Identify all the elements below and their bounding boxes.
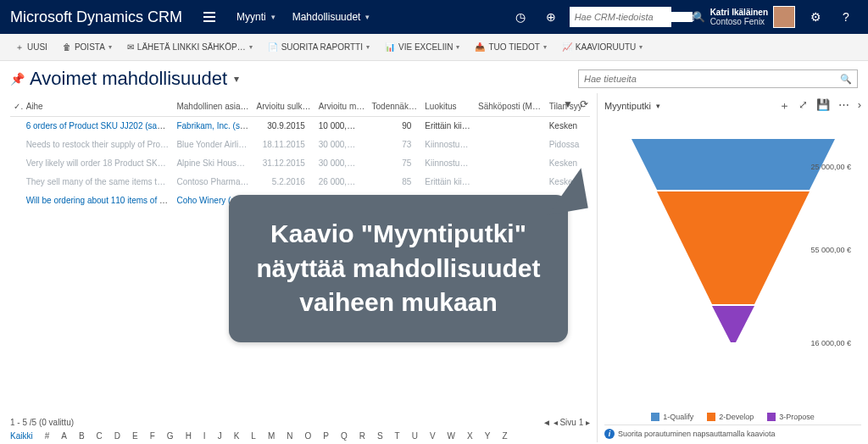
alpha-letter[interactable]: B <box>79 431 85 441</box>
customer-link[interactable]: Blue Yonder Airlines (samp… <box>176 140 253 149</box>
alpha-letter[interactable]: E <box>132 431 138 441</box>
filter-icon[interactable]: ▼ <box>563 98 573 110</box>
funnel-seg-qualify[interactable] <box>632 139 835 190</box>
topic-link[interactable]: Will be ordering about 110 items of all … <box>26 196 174 205</box>
alpha-letter[interactable]: H <box>186 431 192 441</box>
record-count: 1 - 5 /5 (0 valittu) <box>10 418 74 427</box>
view-title[interactable]: Avoimet mahdollisuudet <box>30 68 227 90</box>
alpha-letter[interactable]: P <box>323 431 329 441</box>
col-prob[interactable]: Todennäköisyys… <box>369 97 422 117</box>
col-topic[interactable]: Aihe <box>23 97 174 117</box>
recent-icon[interactable]: ◷ <box>505 0 536 34</box>
col-estclose[interactable]: Arvioitu sulkemispäiv… <box>253 97 315 117</box>
user-org: Contoso Fenix <box>710 17 768 26</box>
search-icon[interactable]: 🔍 <box>840 74 852 85</box>
select-all-checkbox[interactable]: ✓ <box>10 97 23 117</box>
topic-link[interactable]: Very likely will order 18 Product SKU JJ… <box>26 158 174 168</box>
quick-create-icon[interactable]: ⊕ <box>536 0 566 34</box>
chart-footer-text: Suorita porautuminen napsauttamalla kaav… <box>618 430 776 438</box>
chart-collapse-icon[interactable]: › <box>858 98 861 114</box>
alpha-letter[interactable]: M <box>268 431 275 441</box>
alpha-letter[interactable]: A <box>61 431 67 441</box>
table-row[interactable]: Very likely will order 18 Product SKU JJ… <box>10 154 590 173</box>
table-row[interactable]: 6 orders of Product SKU JJ202 (sample)Fa… <box>10 117 590 136</box>
alpha-letter[interactable]: W <box>448 431 455 441</box>
alpha-letter[interactable]: Q <box>341 431 348 441</box>
chart-title[interactable]: Myyntiputki <box>604 101 651 111</box>
alpha-letter[interactable]: O <box>304 431 311 441</box>
chart-save-icon[interactable]: 💾 <box>816 98 830 114</box>
col-rating[interactable]: Luokitus <box>421 97 475 117</box>
cmd-delete[interactable]: 🗑 POISTA ▾ <box>56 39 119 55</box>
alpha-letter[interactable]: D <box>114 431 120 441</box>
opportunity-grid: ✓ Aihe Mahdollinen asiakas Arvioitu sulk… <box>10 97 590 210</box>
brand-title: Microsoft Dynamics CRM <box>7 8 191 26</box>
alpha-letter[interactable]: U <box>412 431 418 441</box>
alpha-letter[interactable]: K <box>234 431 240 441</box>
command-bar: ＋ UUSI 🗑 POISTA ▾ ✉ LÄHETÄ LINKKI SÄHKÖP… <box>0 34 868 61</box>
funnel-seg-propose[interactable] <box>712 306 754 342</box>
topic-link[interactable]: They sell many of the same items that we… <box>26 177 174 186</box>
help-icon[interactable]: ? <box>831 0 861 34</box>
user-menu[interactable]: Katri Ikäläinen Contoso Fenix <box>705 6 800 28</box>
chevron-down-icon[interactable]: ▾ <box>656 102 660 110</box>
alpha-letter[interactable]: N <box>287 431 292 441</box>
pin-icon[interactable]: 📌 <box>10 72 25 86</box>
alpha-letter[interactable]: L <box>251 431 256 441</box>
alphabet-filter[interactable]: Kaikki#ABCDEFGHIJKLMNOPQRSTUVWXYZ <box>10 431 590 441</box>
cmd-chart-pane[interactable]: 📈 KAAVIORUUTU ▾ <box>555 39 650 55</box>
settings-icon[interactable]: ⚙ <box>800 0 831 34</box>
funnel-seg-develop[interactable] <box>657 191 810 304</box>
topic-link[interactable]: 6 orders of Product SKU JJ202 (sample) <box>26 121 174 130</box>
alpha-letter[interactable]: S <box>377 431 383 441</box>
view-search[interactable]: 🔍 <box>578 69 858 88</box>
global-nav: Microsoft Dynamics CRM Myynti ▾ Mahdolli… <box>0 0 868 34</box>
alpha-letter[interactable]: R <box>359 431 365 441</box>
chevron-down-icon[interactable]: ▾ <box>234 73 239 85</box>
alpha-letter[interactable]: X <box>467 431 473 441</box>
nav-area-sales[interactable]: Myynti ▾ <box>228 0 284 34</box>
chart-legend: 1-Qualify 2-Develop 3-Propose <box>604 406 861 425</box>
chart-expand-icon[interactable]: ⤢ <box>798 98 808 114</box>
funnel-label-1: 25 000,00 € <box>810 163 851 171</box>
alpha-letter[interactable]: F <box>150 431 155 441</box>
topic-link[interactable]: Needs to restock their supply of Product… <box>26 140 174 149</box>
alpha-letter[interactable]: I <box>203 431 206 441</box>
col-email[interactable]: Sähköposti (Mahdollinen a… <box>475 97 546 117</box>
menu-icon[interactable] <box>198 12 221 22</box>
alpha-letter[interactable]: J <box>218 431 222 441</box>
alpha-letter[interactable]: T <box>395 431 400 441</box>
alpha-letter[interactable]: # <box>45 431 50 441</box>
chart-more-icon[interactable]: ⋯ <box>838 98 849 114</box>
funnel-chart[interactable] <box>627 139 839 376</box>
alpha-letter[interactable]: V <box>430 431 436 441</box>
grid-header-row: ✓ Aihe Mahdollinen asiakas Arvioitu sulk… <box>10 97 590 117</box>
alpha-letter[interactable]: Z <box>502 431 507 441</box>
alpha-all[interactable]: Kaikki <box>10 431 33 441</box>
col-estrev[interactable]: Arvioitu myyntit… <box>315 97 369 117</box>
alpha-letter[interactable]: C <box>97 431 103 441</box>
table-row[interactable]: They sell many of the same items that we… <box>10 173 590 191</box>
view-search-input[interactable] <box>584 74 840 84</box>
user-name: Katri Ikäläinen <box>710 8 768 17</box>
chevron-down-icon: ▾ <box>271 13 275 21</box>
alpha-letter[interactable]: G <box>167 431 174 441</box>
advanced-find-icon[interactable]: ⧉ <box>675 0 705 34</box>
nav-entity-opportunities[interactable]: Mahdollisuudet ▾ <box>284 0 379 34</box>
cmd-import[interactable]: 📥 TUO TIEDOT ▾ <box>468 39 553 55</box>
alpha-letter[interactable]: Y <box>485 431 491 441</box>
cmd-email-link[interactable]: ✉ LÄHETÄ LINKKI SÄHKÖP… ▾ <box>120 39 259 55</box>
col-customer[interactable]: Mahdollinen asiakas <box>173 97 253 117</box>
page-nav[interactable]: ◄ ◂ Sivu 1 ▸ <box>542 418 590 427</box>
refresh-icon[interactable]: ⟳ <box>580 98 588 110</box>
customer-link[interactable]: Alpine Ski House (sample) <box>176 158 253 168</box>
customer-link[interactable]: Fabrikam, Inc. (sample) <box>176 121 253 130</box>
cmd-new[interactable]: ＋ UUSI <box>8 38 54 57</box>
chart-new-icon[interactable]: ＋ <box>779 98 790 114</box>
cmd-run-report[interactable]: 📄 SUORITA RAPORTTI ▾ <box>261 39 376 55</box>
customer-link[interactable]: Contoso Pharmaceuticals (… <box>176 177 253 186</box>
global-search[interactable]: 🔍 <box>570 7 671 27</box>
table-row[interactable]: Needs to restock their supply of Product… <box>10 136 590 154</box>
grid-footer: 1 - 5 /5 (0 valittu) ◄ ◂ Sivu 1 ▸ <box>10 418 590 427</box>
cmd-export-excel[interactable]: 📊 VIE EXCELIIN ▾ <box>378 39 466 55</box>
